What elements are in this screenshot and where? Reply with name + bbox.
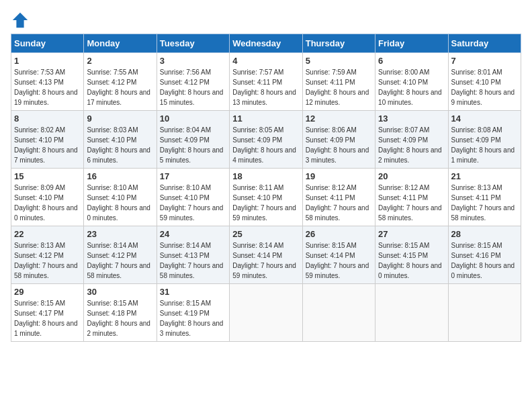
calendar-cell: 26 Sunrise: 8:15 AMSunset: 4:14 PMDaylig… — [302, 226, 375, 284]
calendar-cell: 8 Sunrise: 8:02 AMSunset: 4:10 PMDayligh… — [11, 111, 84, 169]
calendar-cell: 15 Sunrise: 8:09 AMSunset: 4:10 PMDaylig… — [11, 169, 84, 226]
calendar-cell: 31 Sunrise: 8:15 AMSunset: 4:19 PMDaylig… — [157, 284, 229, 342]
day-info: Sunrise: 8:12 AMSunset: 4:11 PMDaylight:… — [378, 183, 445, 223]
day-info: Sunrise: 8:15 AMSunset: 4:18 PMDaylight:… — [87, 298, 153, 338]
calendar-cell — [375, 284, 448, 342]
day-info: Sunrise: 8:03 AMSunset: 4:10 PMDaylight:… — [87, 125, 153, 165]
calendar-cell: 10 Sunrise: 8:04 AMSunset: 4:09 PMDaylig… — [157, 111, 229, 169]
calendar-table: SundayMondayTuesdayWednesdayThursdayFrid… — [11, 34, 521, 342]
header-friday: Friday — [375, 34, 448, 53]
day-info: Sunrise: 8:08 AMSunset: 4:09 PMDaylight:… — [451, 125, 518, 165]
day-info: Sunrise: 8:13 AMSunset: 4:12 PMDaylight:… — [14, 240, 81, 281]
day-number: 19 — [306, 171, 372, 181]
calendar-header-row: SundayMondayTuesdayWednesdayThursdayFrid… — [11, 34, 521, 53]
calendar-cell: 29 Sunrise: 8:15 AMSunset: 4:17 PMDaylig… — [11, 284, 84, 342]
day-number: 26 — [306, 229, 372, 239]
day-info: Sunrise: 8:15 AMSunset: 4:19 PMDaylight:… — [160, 298, 226, 338]
calendar-cell: 11 Sunrise: 8:05 AMSunset: 4:09 PMDaylig… — [230, 111, 302, 169]
calendar-cell: 22 Sunrise: 8:13 AMSunset: 4:12 PMDaylig… — [11, 226, 84, 284]
page-header — [11, 11, 521, 30]
day-number: 9 — [87, 113, 153, 124]
day-number: 3 — [160, 56, 226, 66]
day-info: Sunrise: 8:01 AMSunset: 4:10 PMDaylight:… — [451, 67, 518, 107]
day-number: 8 — [14, 113, 81, 124]
calendar-cell: 28 Sunrise: 8:15 AMSunset: 4:16 PMDaylig… — [448, 226, 521, 284]
day-number: 1 — [14, 56, 81, 66]
calendar-week-3: 15 Sunrise: 8:09 AMSunset: 4:10 PMDaylig… — [11, 169, 521, 226]
calendar-cell: 7 Sunrise: 8:01 AMSunset: 4:10 PMDayligh… — [448, 53, 521, 111]
logo-icon — [11, 11, 30, 30]
calendar-cell: 19 Sunrise: 8:12 AMSunset: 4:11 PMDaylig… — [302, 169, 375, 226]
calendar-cell: 17 Sunrise: 8:10 AMSunset: 4:10 PMDaylig… — [157, 169, 229, 226]
calendar-cell: 4 Sunrise: 7:57 AMSunset: 4:11 PMDayligh… — [230, 53, 302, 111]
day-number: 25 — [232, 229, 299, 239]
day-number: 24 — [160, 229, 226, 239]
day-info: Sunrise: 8:09 AMSunset: 4:10 PMDaylight:… — [14, 183, 81, 223]
calendar-cell: 1 Sunrise: 7:53 AMSunset: 4:13 PMDayligh… — [11, 53, 84, 111]
day-info: Sunrise: 7:53 AMSunset: 4:13 PMDaylight:… — [14, 67, 81, 107]
calendar-cell: 24 Sunrise: 8:14 AMSunset: 4:13 PMDaylig… — [157, 226, 229, 284]
day-number: 11 — [232, 113, 299, 124]
calendar-cell: 12 Sunrise: 8:06 AMSunset: 4:09 PMDaylig… — [302, 111, 375, 169]
calendar-cell: 2 Sunrise: 7:55 AMSunset: 4:12 PMDayligh… — [84, 53, 157, 111]
day-info: Sunrise: 8:13 AMSunset: 4:11 PMDaylight:… — [451, 183, 518, 223]
day-info: Sunrise: 7:59 AMSunset: 4:11 PMDaylight:… — [306, 67, 372, 107]
day-number: 16 — [87, 171, 153, 181]
day-number: 6 — [378, 56, 445, 66]
header-monday: Monday — [84, 34, 157, 53]
calendar-cell: 30 Sunrise: 8:15 AMSunset: 4:18 PMDaylig… — [84, 284, 157, 342]
calendar-week-4: 22 Sunrise: 8:13 AMSunset: 4:12 PMDaylig… — [11, 226, 521, 284]
day-number: 23 — [87, 229, 153, 239]
day-info: Sunrise: 8:10 AMSunset: 4:10 PMDaylight:… — [87, 183, 153, 223]
day-number: 29 — [14, 287, 81, 297]
day-number: 18 — [232, 171, 299, 181]
day-info: Sunrise: 8:06 AMSunset: 4:09 PMDaylight:… — [306, 125, 372, 165]
calendar-week-5: 29 Sunrise: 8:15 AMSunset: 4:17 PMDaylig… — [11, 284, 521, 342]
day-number: 7 — [451, 56, 518, 66]
day-number: 13 — [378, 113, 445, 124]
header-thursday: Thursday — [302, 34, 375, 53]
calendar-cell: 6 Sunrise: 8:00 AMSunset: 4:10 PMDayligh… — [375, 53, 448, 111]
day-number: 12 — [306, 113, 372, 124]
calendar-cell: 14 Sunrise: 8:08 AMSunset: 4:09 PMDaylig… — [448, 111, 521, 169]
day-info: Sunrise: 8:14 AMSunset: 4:12 PMDaylight:… — [87, 240, 153, 281]
calendar-week-2: 8 Sunrise: 8:02 AMSunset: 4:10 PMDayligh… — [11, 111, 521, 169]
day-info: Sunrise: 8:04 AMSunset: 4:09 PMDaylight:… — [160, 125, 226, 165]
day-number: 22 — [14, 229, 81, 239]
day-number: 20 — [378, 171, 445, 181]
logo — [11, 11, 32, 30]
header-tuesday: Tuesday — [157, 34, 229, 53]
day-number: 15 — [14, 171, 81, 181]
day-info: Sunrise: 7:55 AMSunset: 4:12 PMDaylight:… — [87, 67, 153, 107]
calendar-cell: 21 Sunrise: 8:13 AMSunset: 4:11 PMDaylig… — [448, 169, 521, 226]
day-number: 5 — [306, 56, 372, 66]
day-info: Sunrise: 8:14 AMSunset: 4:13 PMDaylight:… — [160, 240, 226, 281]
day-number: 17 — [160, 171, 226, 181]
day-info: Sunrise: 8:02 AMSunset: 4:10 PMDaylight:… — [14, 125, 81, 165]
day-number: 10 — [160, 113, 226, 124]
calendar-cell: 9 Sunrise: 8:03 AMSunset: 4:10 PMDayligh… — [84, 111, 157, 169]
calendar-cell: 25 Sunrise: 8:14 AMSunset: 4:14 PMDaylig… — [230, 226, 302, 284]
day-info: Sunrise: 8:12 AMSunset: 4:11 PMDaylight:… — [306, 183, 372, 223]
day-number: 4 — [232, 56, 299, 66]
calendar-cell: 27 Sunrise: 8:15 AMSunset: 4:15 PMDaylig… — [375, 226, 448, 284]
header-saturday: Saturday — [448, 34, 521, 53]
day-number: 31 — [160, 287, 226, 297]
day-info: Sunrise: 7:57 AMSunset: 4:11 PMDaylight:… — [232, 67, 299, 107]
day-info: Sunrise: 8:11 AMSunset: 4:10 PMDaylight:… — [232, 183, 299, 223]
calendar-cell — [230, 284, 302, 342]
day-info: Sunrise: 8:14 AMSunset: 4:14 PMDaylight:… — [232, 240, 299, 281]
day-info: Sunrise: 8:00 AMSunset: 4:10 PMDaylight:… — [378, 67, 445, 107]
day-number: 27 — [378, 229, 445, 239]
calendar-cell: 13 Sunrise: 8:07 AMSunset: 4:09 PMDaylig… — [375, 111, 448, 169]
calendar-cell: 5 Sunrise: 7:59 AMSunset: 4:11 PMDayligh… — [302, 53, 375, 111]
calendar-cell: 20 Sunrise: 8:12 AMSunset: 4:11 PMDaylig… — [375, 169, 448, 226]
day-number: 14 — [451, 113, 518, 124]
calendar-cell — [302, 284, 375, 342]
day-number: 2 — [87, 56, 153, 66]
day-info: Sunrise: 8:15 AMSunset: 4:17 PMDaylight:… — [14, 298, 81, 338]
header-wednesday: Wednesday — [230, 34, 302, 53]
day-number: 21 — [451, 171, 518, 181]
day-info: Sunrise: 8:15 AMSunset: 4:14 PMDaylight:… — [306, 240, 372, 281]
calendar-cell: 3 Sunrise: 7:56 AMSunset: 4:12 PMDayligh… — [157, 53, 229, 111]
